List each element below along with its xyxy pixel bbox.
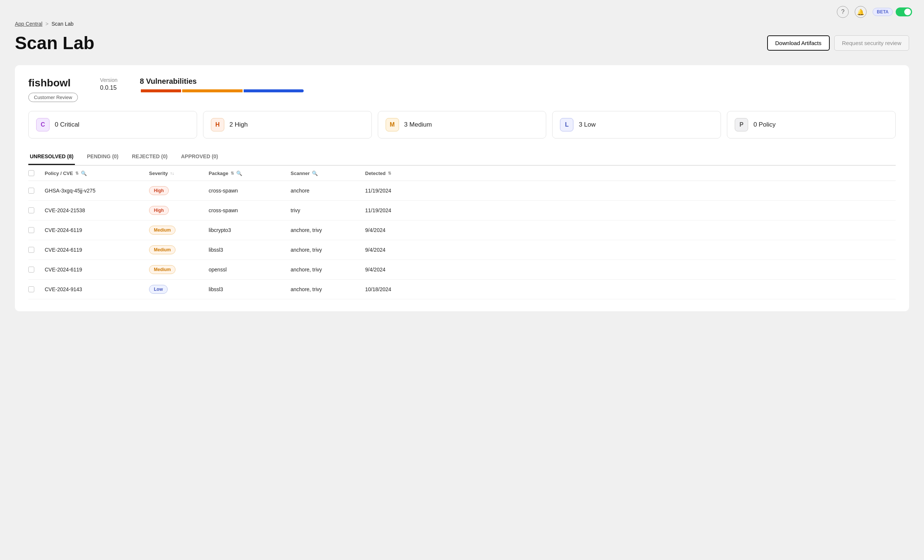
row-checkbox-cell: [28, 247, 45, 253]
version-label: Version: [100, 77, 118, 83]
select-all-checkbox[interactable]: [28, 170, 34, 176]
severity-card-policy: P 0 Policy: [727, 111, 896, 139]
row-package-3: libssl3: [208, 247, 291, 253]
critical-label: 0 Critical: [55, 121, 80, 129]
row-severity-3: Medium: [149, 246, 208, 254]
version-value: 0.0.15: [100, 84, 118, 91]
package-search-icon[interactable]: 🔍: [236, 171, 242, 176]
app-name: fishbowl: [28, 77, 78, 89]
row-checkbox-2[interactable]: [28, 227, 34, 233]
severity-badge-3: Medium: [149, 246, 176, 254]
customer-review-badge: Customer Review: [28, 93, 78, 102]
vuln-bar-medium: [182, 89, 243, 92]
vuln-bar: [140, 89, 304, 92]
row-checkbox-cell: [28, 286, 45, 292]
row-scanner-1: trivy: [291, 207, 365, 213]
low-label: 3 Low: [579, 121, 596, 129]
version-section: Version 0.0.15: [100, 77, 118, 91]
row-checkbox-3[interactable]: [28, 247, 34, 253]
tab-pending[interactable]: PENDING (0): [86, 149, 120, 165]
row-checkbox-cell: [28, 188, 45, 194]
page-header: Scan Lab Download Artifacts Request secu…: [15, 33, 909, 53]
row-cve-0: GHSA-3xgq-45jj-v275: [45, 188, 149, 194]
policy-sort-icon[interactable]: ⇅: [75, 171, 79, 176]
row-checkbox-5[interactable]: [28, 286, 34, 292]
policy-search-icon[interactable]: 🔍: [81, 171, 87, 176]
row-package-0: cross-spawn: [208, 188, 291, 194]
beta-toggle[interactable]: [896, 7, 912, 16]
row-detected-0: 11/19/2024: [365, 188, 425, 194]
row-cve-3: CVE-2024-6119: [45, 247, 149, 253]
download-artifacts-button[interactable]: Download Artifacts: [767, 35, 830, 51]
table-header-row: Policy / CVE ⇅ 🔍 Severity ↑↓ Package ⇅ 🔍…: [28, 166, 896, 181]
high-label: 2 High: [230, 121, 248, 129]
row-checkbox-4[interactable]: [28, 267, 34, 273]
row-cve-1: CVE-2024-21538: [45, 207, 149, 213]
header-checkbox-cell: [28, 170, 45, 176]
row-checkbox-1[interactable]: [28, 207, 34, 213]
scanner-label: Scanner: [291, 171, 310, 176]
table-row: CVE-2024-6119 Medium libssl3 anchore, tr…: [28, 240, 896, 260]
table-row: CVE-2024-6119 Medium libcrypto3 anchore,…: [28, 220, 896, 240]
severity-label: Severity: [149, 171, 168, 176]
row-cve-5: CVE-2024-9143: [45, 286, 149, 292]
package-sort-icon[interactable]: ⇅: [231, 171, 234, 176]
row-severity-1: High: [149, 206, 208, 215]
medium-label: 3 Medium: [404, 121, 432, 129]
table-row: CVE-2024-6119 Medium openssl anchore, tr…: [28, 260, 896, 280]
row-package-1: cross-spawn: [208, 207, 291, 213]
row-package-5: libssl3: [208, 286, 291, 292]
row-detected-1: 11/19/2024: [365, 207, 425, 213]
row-scanner-2: anchore, trivy: [291, 227, 365, 233]
page-title: Scan Lab: [15, 33, 94, 53]
policy-icon: P: [735, 118, 748, 132]
row-package-4: openssl: [208, 267, 291, 273]
header-buttons: Download Artifacts Request security revi…: [767, 35, 909, 51]
app-card: fishbowl Customer Review Version 0.0.15 …: [15, 65, 909, 311]
header-policy-cve: Policy / CVE ⇅ 🔍: [45, 171, 149, 176]
tab-rejected[interactable]: REJECTED (0): [130, 149, 169, 165]
table-row: CVE-2024-21538 High cross-spawn trivy 11…: [28, 201, 896, 220]
request-security-review-button[interactable]: Request security review: [834, 35, 909, 51]
breadcrumb-separator: >: [45, 21, 48, 27]
breadcrumb-current: Scan Lab: [51, 21, 74, 27]
app-name-section: fishbowl Customer Review: [28, 77, 78, 102]
help-button[interactable]: ?: [837, 6, 849, 18]
severity-card-critical: C 0 Critical: [28, 111, 197, 139]
severity-badge-5: Low: [149, 285, 168, 294]
severity-sort-icon[interactable]: ↑↓: [170, 171, 174, 175]
row-scanner-3: anchore, trivy: [291, 247, 365, 253]
row-checkbox-cell: [28, 267, 45, 273]
severity-badge-1: High: [149, 206, 169, 215]
row-severity-4: Medium: [149, 265, 208, 274]
medium-icon: M: [386, 118, 399, 132]
tab-approved[interactable]: APPROVED (0): [180, 149, 220, 165]
bell-icon: 🔔: [857, 9, 864, 16]
tab-unresolved[interactable]: UNRESOLVED (8): [28, 149, 75, 165]
table-body: GHSA-3xgq-45jj-v275 High cross-spawn anc…: [28, 181, 896, 299]
vuln-bar-low: [244, 89, 304, 92]
top-bar: ? 🔔 BETA: [0, 0, 924, 21]
beta-toggle-section: BETA: [873, 7, 912, 16]
scanner-search-icon[interactable]: 🔍: [312, 171, 318, 176]
critical-icon: C: [36, 118, 50, 132]
policy-cve-label: Policy / CVE: [45, 171, 73, 176]
beta-badge: BETA: [873, 8, 893, 16]
breadcrumb-parent[interactable]: App Central: [15, 21, 42, 27]
severity-badge-4: Medium: [149, 265, 176, 274]
row-detected-3: 9/4/2024: [365, 247, 425, 253]
row-checkbox-0[interactable]: [28, 188, 34, 194]
table-container: Policy / CVE ⇅ 🔍 Severity ↑↓ Package ⇅ 🔍…: [28, 166, 896, 299]
notification-button[interactable]: 🔔: [855, 6, 867, 18]
row-checkbox-cell: [28, 227, 45, 233]
row-detected-4: 9/4/2024: [365, 267, 425, 273]
header-package: Package ⇅ 🔍: [208, 171, 291, 176]
severity-card-medium: M 3 Medium: [378, 111, 547, 139]
header-scanner: Scanner 🔍: [291, 171, 365, 176]
row-scanner-4: anchore, trivy: [291, 267, 365, 273]
high-icon: H: [211, 118, 224, 132]
vuln-title: 8 Vulnerabilities: [140, 77, 896, 85]
low-icon: L: [560, 118, 573, 132]
severity-cards: C 0 Critical H 2 High M 3 Medium L 3 Low…: [28, 111, 896, 139]
detected-sort-icon[interactable]: ⇅: [388, 171, 391, 176]
